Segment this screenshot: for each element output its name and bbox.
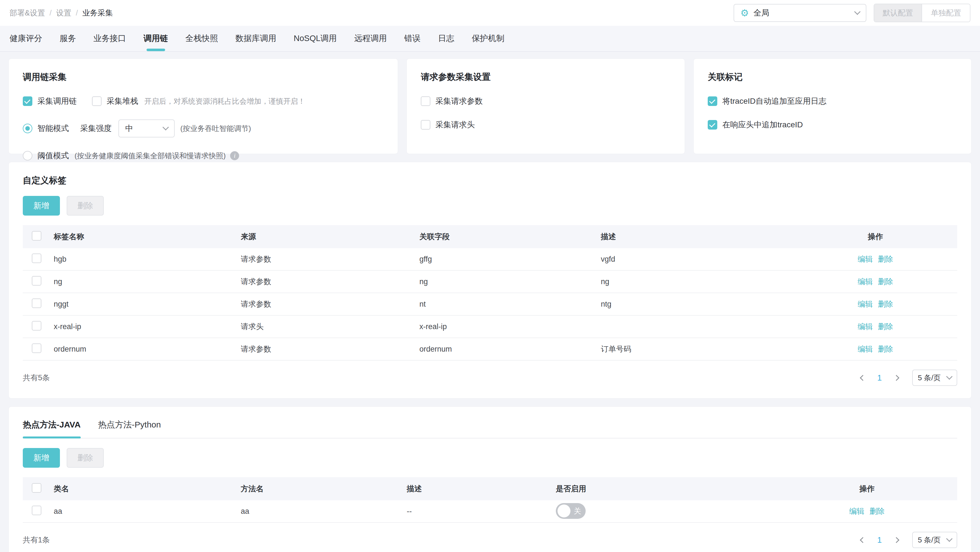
column-header: 类名	[54, 484, 241, 494]
config-button-group: 默认配置 单独配置	[874, 4, 970, 22]
separate-config-button[interactable]: 单独配置	[922, 4, 970, 22]
column-header: 方法名	[241, 484, 407, 494]
tab-log[interactable]: 日志	[438, 26, 454, 51]
edit-link[interactable]: 编辑	[858, 254, 873, 264]
pagination: 1 5 条/页	[856, 370, 957, 386]
tab-database-call[interactable]: 数据库调用	[235, 26, 276, 51]
tab-hot-methods-python[interactable]: 热点方法-Python	[98, 419, 161, 438]
source-cell: 请求参数	[241, 344, 419, 354]
tab-service[interactable]: 服务	[60, 26, 76, 51]
tab-nosql-call[interactable]: NoSQL调用	[294, 26, 337, 51]
request-params-panel: 请求参数采集设置 采集请求参数 采集请求头	[406, 59, 685, 154]
select-all-checkbox[interactable]	[32, 231, 41, 241]
edit-link[interactable]: 编辑	[858, 322, 873, 332]
breadcrumb-item[interactable]: 设置	[56, 8, 72, 18]
gear-icon: ⚙	[740, 8, 749, 18]
delete-link[interactable]: 删除	[878, 254, 893, 264]
page-number[interactable]: 1	[877, 535, 882, 545]
column-header: 描述	[601, 232, 799, 242]
toggle-knob	[557, 504, 570, 517]
tab-hot-methods-java[interactable]: 热点方法-JAVA	[23, 419, 81, 438]
chevron-right-icon[interactable]	[891, 534, 903, 546]
scope-select[interactable]: ⚙ 全局	[733, 4, 866, 22]
tag-name-cell: x-real-ip	[54, 322, 241, 331]
edit-link[interactable]: 编辑	[858, 276, 873, 287]
append-traceid-header-checkbox[interactable]	[708, 120, 717, 130]
panel-title: 关联标记	[708, 71, 957, 83]
total-count: 共有1条	[23, 535, 50, 545]
page-number[interactable]: 1	[877, 373, 882, 382]
add-method-button[interactable]: 新增	[23, 448, 60, 468]
delete-link[interactable]: 删除	[878, 299, 893, 309]
page-size-select[interactable]: 5 条/页	[912, 370, 957, 386]
chevron-down-icon	[946, 535, 953, 542]
tab-remote-call[interactable]: 远程调用	[354, 26, 387, 51]
collect-params-label: 采集请求参数	[436, 96, 483, 106]
column-header: 操作	[782, 484, 957, 494]
chevron-left-icon[interactable]	[856, 372, 868, 383]
collect-params-checkbox[interactable]	[421, 97, 430, 106]
main-tab-bar: 健康评分 服务 业务接口 调用链 全栈快照 数据库调用 NoSQL调用 远程调用…	[0, 26, 980, 52]
threshold-mode-radio[interactable]	[23, 151, 32, 160]
tab-full-stack-snapshot[interactable]: 全栈快照	[185, 26, 218, 51]
tag-name-cell: nggt	[54, 300, 241, 309]
table-row: nggt 请求参数 nt ntg 编辑删除	[23, 293, 957, 316]
tab-health-score[interactable]: 健康评分	[10, 26, 42, 51]
info-icon[interactable]: i	[230, 151, 239, 160]
table-row: ng 请求参数 ng ng 编辑删除	[23, 271, 957, 293]
tab-error[interactable]: 错误	[404, 26, 420, 51]
tab-trace-chain[interactable]: 调用链	[143, 26, 168, 51]
collect-stack-checkbox[interactable]	[92, 97, 102, 106]
smart-mode-hint: (按业务吞吐智能调节)	[180, 124, 251, 133]
delete-link[interactable]: 删除	[869, 506, 885, 516]
edit-link[interactable]: 编辑	[858, 344, 873, 354]
page-size-value: 5 条/页	[918, 373, 940, 383]
section-title: 自定义标签	[23, 174, 957, 186]
row-checkbox[interactable]	[32, 254, 41, 263]
strength-select-value: 中	[125, 123, 133, 134]
row-checkbox[interactable]	[32, 298, 41, 308]
row-checkbox[interactable]	[32, 343, 41, 353]
collect-headers-checkbox[interactable]	[421, 120, 430, 130]
append-traceid-log-checkbox[interactable]	[708, 97, 717, 106]
smart-mode-radio[interactable]	[23, 124, 32, 133]
enable-toggle[interactable]: 关	[556, 503, 585, 519]
threshold-mode-label: 阈值模式	[37, 151, 69, 161]
strength-select[interactable]: 中	[118, 119, 175, 138]
delete-method-button[interactable]: 删除	[67, 448, 104, 468]
add-tag-button[interactable]: 新增	[23, 196, 60, 216]
breadcrumb-separator: /	[76, 9, 78, 17]
breadcrumb-item[interactable]: 部署&设置	[10, 8, 45, 18]
chevron-right-icon[interactable]	[891, 372, 903, 383]
breadcrumb-current: 业务采集	[83, 8, 113, 18]
row-checkbox[interactable]	[32, 276, 41, 286]
tag-name-cell: hgb	[54, 255, 241, 263]
collect-stack-label: 采集堆栈	[107, 96, 138, 106]
edit-link[interactable]: 编辑	[849, 506, 864, 516]
method-name-cell: aa	[241, 507, 407, 516]
delete-link[interactable]: 删除	[878, 344, 893, 354]
row-checkbox[interactable]	[32, 321, 41, 330]
delete-tag-button[interactable]: 删除	[67, 196, 104, 216]
panel-title: 请求参数采集设置	[421, 71, 671, 83]
chevron-left-icon[interactable]	[856, 534, 868, 546]
page-size-select[interactable]: 5 条/页	[912, 532, 957, 548]
collect-trace-checkbox[interactable]	[23, 97, 32, 106]
tab-protection[interactable]: 保护机制	[472, 26, 504, 51]
select-all-checkbox[interactable]	[32, 483, 41, 493]
pagination: 1 5 条/页	[856, 532, 957, 548]
chevron-down-icon	[162, 124, 169, 130]
delete-link[interactable]: 删除	[878, 322, 893, 332]
default-config-button[interactable]: 默认配置	[874, 4, 922, 22]
hot-methods-tabbar: 热点方法-JAVA 热点方法-Python	[23, 419, 957, 438]
edit-link[interactable]: 编辑	[858, 299, 873, 309]
delete-link[interactable]: 删除	[878, 276, 893, 287]
field-cell: nt	[419, 300, 601, 309]
total-count: 共有5条	[23, 373, 50, 383]
column-header: 操作	[799, 232, 957, 242]
source-cell: 请求头	[241, 322, 419, 332]
tab-business-api[interactable]: 业务接口	[93, 26, 126, 51]
row-checkbox[interactable]	[32, 506, 41, 515]
column-header: 标签名称	[54, 232, 241, 242]
chevron-down-icon	[854, 8, 861, 15]
